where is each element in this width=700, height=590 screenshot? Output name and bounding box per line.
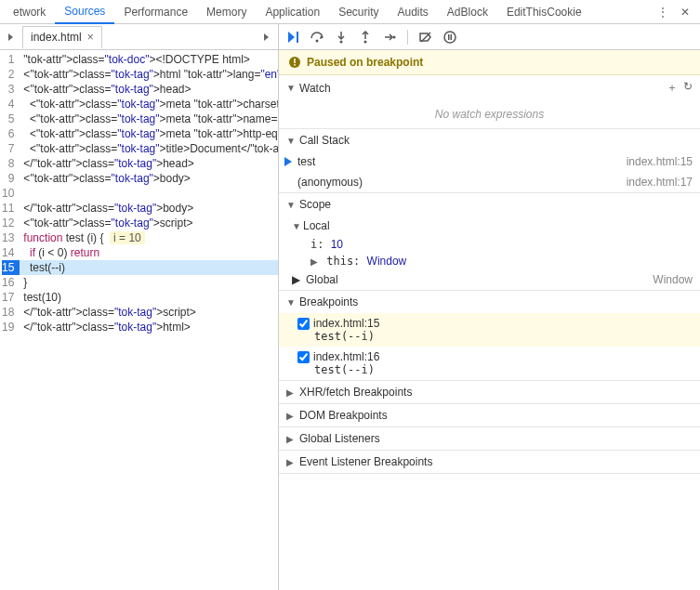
code-line[interactable]: <"tok-attr">class="tok-tag">head> [20, 82, 278, 97]
watch-header[interactable]: ▼ Watch ＋ ↻ [279, 75, 700, 100]
code-line[interactable]: </"tok-attr">class="tok-tag">html> [20, 320, 278, 334]
gutter-line[interactable]: 14 [2, 245, 14, 260]
chevron-right-icon: ▶ [292, 273, 300, 286]
step-out-icon[interactable] [357, 29, 374, 46]
xhr-breakpoints-header[interactable]: ▶ XHR/fetch Breakpoints [279, 381, 700, 403]
code-line[interactable]: } [20, 275, 278, 290]
gutter-line[interactable]: 19 [2, 320, 14, 334]
chevron-down-icon: ▼ [286, 136, 296, 146]
tab-security[interactable]: Security [329, 1, 388, 23]
tab-network[interactable]: etwork [4, 1, 55, 23]
chevron-right-icon: ▶ [286, 434, 296, 444]
step-over-icon[interactable] [309, 29, 325, 46]
gutter-line[interactable]: 7 [2, 141, 14, 156]
scope-variable[interactable]: i: 10 [279, 236, 700, 253]
gutter-line[interactable]: 18 [2, 305, 14, 320]
gutter-line[interactable]: 8 [2, 156, 14, 171]
code-line[interactable]: <"tok-attr">class="tok-tag">meta "tok-at… [20, 111, 278, 126]
close-icon[interactable]: ✕ [678, 5, 693, 20]
gutter-line[interactable]: 4 [2, 97, 14, 111]
dom-breakpoints-section: ▶ DOM Breakpoints [279, 404, 700, 427]
code-line[interactable]: </"tok-attr">class="tok-tag">head> [20, 156, 278, 171]
chevron-down-icon: ▼ [292, 221, 301, 231]
dom-breakpoints-header[interactable]: ▶ DOM Breakpoints [279, 404, 700, 426]
breakpoints-header[interactable]: ▼ Breakpoints [279, 291, 700, 313]
callstack-frame[interactable]: testindex.html:15 [279, 151, 700, 172]
code-line[interactable]: <"tok-attr">class="tok-tag">html "tok-at… [20, 67, 278, 82]
chevron-right-icon: ▶ [286, 457, 296, 467]
scope-variable[interactable]: ▶ this: Window [279, 253, 700, 269]
gutter-line[interactable]: 5 [2, 111, 14, 126]
code-line[interactable]: <"tok-attr">class="tok-tag">script> [20, 216, 278, 230]
svg-rect-0 [297, 32, 298, 43]
tab-application[interactable]: Application [256, 1, 329, 23]
breakpoint-checkbox[interactable] [297, 318, 310, 330]
code-line[interactable]: <"tok-attr">class="tok-tag">meta "tok-at… [20, 97, 278, 111]
code-line[interactable] [20, 186, 278, 201]
refresh-watch-icon[interactable]: ↻ [683, 80, 693, 96]
file-tab-bar: index.html × [0, 24, 278, 50]
gutter-line[interactable]: 9 [2, 171, 14, 186]
tab-editcookie[interactable]: EditThisCookie [497, 1, 591, 23]
code-editor[interactable]: 12345678910111213141516171819 "tok-attr"… [0, 50, 278, 336]
tab-memory[interactable]: Memory [197, 1, 256, 23]
more-tabs-icon[interactable] [259, 30, 274, 45]
gutter-line[interactable]: 17 [2, 290, 14, 305]
code-line[interactable]: test(10) [20, 290, 278, 305]
step-into-icon[interactable] [333, 29, 350, 46]
code-line[interactable]: </"tok-attr">class="tok-tag">body> [20, 201, 278, 216]
gutter-line[interactable]: 16 [2, 275, 14, 290]
pause-exceptions-icon[interactable] [442, 29, 458, 46]
gutter-line[interactable]: 10 [2, 186, 14, 201]
code-line[interactable]: test(--i) [20, 260, 278, 275]
tab-sources[interactable]: Sources [55, 0, 114, 24]
add-watch-icon[interactable]: ＋ [667, 80, 678, 96]
scope-header[interactable]: ▼ Scope [279, 193, 700, 216]
tab-adblock[interactable]: AdBlock [438, 1, 497, 23]
code-line[interactable]: "tok-attr">class="tok-doc"><!DOCTYPE htm… [20, 52, 278, 67]
gutter-line[interactable]: 3 [2, 82, 14, 97]
global-listeners-section: ▶ Global Listeners [279, 427, 700, 451]
gutter-line[interactable]: 15 [2, 260, 20, 275]
callstack-frame[interactable]: (anonymous)index.html:17 [279, 172, 700, 192]
deactivate-breakpoints-icon[interactable] [417, 29, 434, 46]
gutter-line[interactable]: 6 [2, 126, 14, 141]
tab-performance[interactable]: Performance [114, 1, 197, 23]
code-line[interactable]: <"tok-attr">class="tok-tag">body> [20, 171, 278, 186]
paused-banner-text: Paused on breakpoint [307, 56, 423, 69]
breakpoint-checkbox[interactable] [297, 351, 310, 363]
close-tab-icon[interactable]: × [87, 31, 94, 44]
gutter-line[interactable]: 1 [2, 52, 14, 67]
event-listener-section: ▶ Event Listener Breakpoints [279, 451, 700, 474]
navigator-toggle-icon[interactable] [4, 30, 19, 45]
code-line[interactable]: <"tok-attr">class="tok-tag">meta "tok-at… [20, 126, 278, 141]
step-icon[interactable] [381, 29, 398, 46]
svg-rect-9 [294, 59, 296, 63]
event-listener-header[interactable]: ▶ Event Listener Breakpoints [279, 451, 700, 473]
editor-pane: index.html × 123456789101112131415161718… [0, 24, 279, 590]
code-line[interactable]: </"tok-attr">class="tok-tag">script> [20, 305, 278, 320]
devtools-top-tabs: etwork Sources Performance Memory Applic… [0, 0, 700, 24]
gutter-line[interactable]: 11 [2, 201, 14, 216]
svg-rect-6 [448, 34, 450, 40]
code-line[interactable]: <"tok-attr">class="tok-tag">title>Docume… [20, 141, 278, 156]
global-listeners-header[interactable]: ▶ Global Listeners [279, 427, 700, 450]
breakpoint-item[interactable]: index.html:16 test(--i) [279, 347, 700, 380]
scope-global-row[interactable]: ▶ Global Window [279, 269, 700, 290]
scope-local-header[interactable]: ▼ Local [279, 216, 700, 236]
tab-audits[interactable]: Audits [389, 1, 438, 23]
breakpoint-item[interactable]: index.html:15 test(--i) [279, 313, 700, 347]
resume-icon[interactable] [284, 29, 301, 46]
callstack-header[interactable]: ▼ Call Stack [279, 129, 700, 151]
gutter-line[interactable]: 13 [2, 230, 14, 245]
debugger-toolbar [279, 24, 700, 50]
gutter-line[interactable]: 12 [2, 216, 14, 230]
callstack-section: ▼ Call Stack testindex.html:15(anonymous… [279, 129, 700, 193]
gutter-line[interactable]: 2 [2, 67, 14, 82]
svg-point-5 [444, 32, 456, 43]
file-tab-index[interactable]: index.html × [22, 26, 102, 49]
more-icon[interactable]: ⋮ [655, 5, 670, 20]
chevron-down-icon: ▼ [286, 83, 296, 93]
code-line[interactable]: if (i < 0) return [20, 245, 278, 260]
code-line[interactable]: function test (i) { i = 10 [20, 230, 278, 245]
